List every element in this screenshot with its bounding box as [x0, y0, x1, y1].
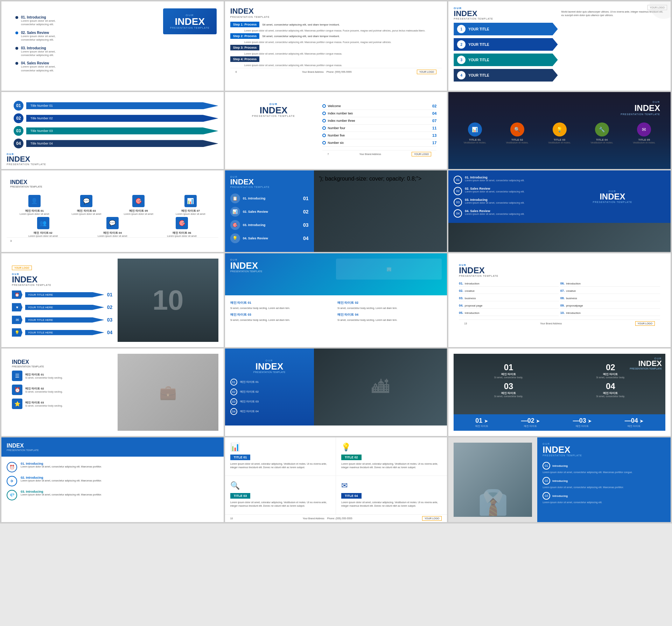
icon-box-7-6: 💬 — [106, 217, 119, 229]
il-icon-10-4: 💡 — [12, 328, 22, 337]
title-circles-6: 📊 TITLE 01 Vestibulum et moles. 🔍 TITLE … — [454, 122, 665, 144]
toc-label-5-2: Index number two — [328, 112, 353, 115]
footer-17: 10 Your Brand Address Phone: (555) 555-5… — [225, 514, 447, 522]
circ-sub-6-2: Vestibulum et moles. — [506, 141, 528, 144]
page-num-7: 3 — [7, 237, 218, 244]
index-top-11: OUR INDEX PRESENTATION TEMPLATE — [230, 259, 336, 273]
step-body-2: Lorem ipsum dolor sit amet, consectetur … — [230, 41, 442, 43]
menu-dot-3 — [15, 47, 18, 50]
arrow-label-15-2: 메인 타이트 — [521, 424, 540, 428]
sub-15: PRESENTATION TEMPLATE — [630, 367, 662, 370]
arrow-bar-4-3: Title Number 03 — [26, 127, 218, 134]
main-body-11-3: Si amet, consectetur body secting. Lorem… — [230, 318, 335, 322]
list-item-8-4: 💡 04. Sales Review 04 — [230, 233, 309, 243]
icon-box-7-1: 👤 — [28, 195, 41, 207]
toc-dot-5-4 — [322, 126, 326, 130]
badge-circle-14-1: 01 — [230, 379, 237, 386]
circ-icon-6-4: 🔧 — [595, 122, 609, 136]
s17-badge-1: TITLE 01 — [230, 455, 251, 460]
il13-body-1: Si amet, consectetur body secting. — [25, 377, 63, 379]
icon-list-10: ⏰ YOUR TITLE HERE 01 ♥ YOUR TITLE HERE 0… — [12, 290, 112, 337]
step-body-4: Lorem ipsum dolor sit amet, consectetur … — [230, 64, 442, 66]
circ-sub-6-5: Vestibulum et moles. — [633, 141, 656, 144]
icon-row2-7: 👥 메인 타이트 02 Lorem ipsum dolor sit amet 💬… — [7, 217, 218, 237]
num-item-15-1: 01 메인 타이트 Si amet, consectetur body. — [459, 363, 558, 379]
sub-12: PRESENTATION TEMPLATE — [459, 275, 660, 277]
num-title-15-1: 메인 타이트 — [459, 372, 558, 376]
intro-title-9-3: 03. Introducing — [465, 198, 524, 202]
icon-label-7-6: 메인 타이트 04 — [98, 231, 127, 235]
title-num-3-2: 2 — [457, 40, 465, 49]
arrow-label-15-1: 메인 타이트 — [475, 424, 488, 428]
list-icon-8-4: 💡 — [230, 233, 240, 243]
il-icon-10-1: ⏰ — [12, 290, 22, 299]
circ-title-6-4: TITLE 04 — [590, 138, 613, 141]
intro-body-9-4: Lorem ipsum dolor sit amet, consectetur … — [465, 213, 524, 215]
toc-row-5-3: Index number three 07 — [322, 117, 437, 125]
index-12: INDEX — [459, 266, 660, 275]
icon-grid-7: 👤 메인 타이트 01 Lorem ipsum dolor sit amet 💬… — [7, 195, 218, 215]
icon-label-7-5: 메인 타이트 02 — [28, 231, 58, 235]
toc-label-5-6: Number six — [328, 141, 344, 145]
our-12: OUR — [459, 264, 660, 266]
circ-item-6-3: 💡 TITLE 03 Vestibulum et moles. — [548, 122, 571, 144]
sub-7: PRESENTATION TEMPLATE — [10, 185, 215, 188]
s17-body-4: Lorem ipsum dolor sit amet, coloratur ad… — [341, 501, 442, 508]
num-row-4-2: 02 Title Number 02 — [14, 113, 218, 123]
arrow-icon-15-4: ➤ — [639, 418, 644, 424]
footer-12: 13 Your Brand Address YOUR LOGO — [459, 319, 660, 327]
il-label-10-3: YOUR TITLE HERE — [25, 317, 104, 323]
arrow-bar-4-2: Title Number 02 — [26, 115, 218, 122]
intro-title-9-2: 02. Sales Review — [465, 187, 524, 190]
sl-left-10: YOUR LOGO OUR INDEX PRESENTATION TEMPLAT… — [7, 259, 118, 342]
il-num-10-3: 03 — [107, 317, 113, 323]
img-icon-11: 🏢 — [386, 267, 392, 272]
item-body-16-1: Lorem ipsum dolor sit amet, consectetur … — [21, 465, 102, 468]
s17-badge-4: TITLE 04 — [341, 493, 362, 499]
list-label-8-3: 03. Introducing — [243, 223, 266, 227]
bottom-half-9 — [448, 223, 671, 252]
main-body-11-2: Si amet, consectetur body secting. Lorem… — [337, 307, 442, 310]
il13-title-3: 메인 타이트 03 — [25, 401, 63, 405]
main-item-11-3: 메인 타이트 03 Si amet, consectetur body sect… — [230, 312, 335, 322]
toc-entry-12-4: 04. proposal page — [459, 303, 559, 309]
our-idx-6: OUR INDEX PRESENTATION TEMPLATE — [454, 97, 665, 115]
toc-row-5-5: Number five 13 — [322, 132, 437, 139]
circle-num-4-2: 02 — [14, 113, 23, 123]
img-bg-14: 🏙 — [314, 349, 447, 425]
badge-label-14-4: 메인 타이트 04 — [240, 409, 259, 413]
bottom-section-11: 메인 타이트 01 Si amet, consectetur body sect… — [225, 295, 447, 327]
icon-label-7-4: 메인 타이트 07 — [166, 209, 215, 213]
icon-sub-7-3: Lorem ipsum dolor sit amet — [114, 213, 163, 215]
big-num-15-3: 03 — [459, 381, 558, 391]
circle-num-4-1: 01 — [14, 101, 23, 111]
toc-entry-12-3: 03. business — [459, 295, 559, 301]
toc-entry-12-1: 01. Introduction — [459, 281, 559, 287]
index-10: INDEX — [12, 275, 112, 284]
il-icon-10-2: ♥ — [12, 303, 22, 311]
menu-sub-2: Lorem ipsum dolor sit amet,consectetur a… — [21, 35, 56, 42]
sub-5: PRESENTATION TEMPLATE — [236, 115, 312, 117]
title-row-3-4: 4 YOUR TITLE — [454, 69, 558, 82]
sub-4: PRESENTATION TEMPLATE — [7, 163, 46, 166]
step-text-2: Sit amet, consectetur adipiscing elit, s… — [262, 35, 340, 38]
intro-num-9-2: 02 — [454, 187, 462, 195]
icon-cell-7-3: 🎯 메인 타이트 05 Lorem ipsum dolor sit amet — [114, 195, 163, 215]
icon-sub-7-2: Lorem ipsum dolor sit amet — [62, 213, 111, 215]
num-badges-14: 01 메인 타이트 01 02 메인 타이트 02 03 메인 타이트 03 0… — [230, 379, 309, 415]
item-16-1: ⏰ 01. Introducing Lorem ipsum dolor sit … — [7, 462, 218, 472]
our-6: OUR — [459, 101, 660, 103]
footer-logo-5: YOUR LOGO — [412, 152, 431, 156]
s17-badge-3: TITLE 03 — [230, 493, 251, 499]
toc-dot-5-2 — [322, 112, 326, 115]
intro-body-9-1: Lorem ipsum dolor sit amet, consectetur … — [465, 179, 524, 182]
arrow-icon-15-1: ➤ — [484, 418, 488, 424]
list-item-8-2: 📊 02. Sales Review 02 — [230, 207, 309, 217]
s18-item-3: 03 Introducing Lorem ipsum dolor sit ame… — [542, 492, 665, 504]
sub-13: PRESENTATION TEMPLATE — [12, 365, 112, 368]
toc-entry-12-2: 02. creative — [459, 288, 559, 294]
icon-sub-7-7: Lorem ipsum dolor sit amet — [167, 235, 196, 237]
s17-icon-1: 📊 — [230, 443, 330, 452]
circ-title-6-1: TITLE 01 — [463, 138, 486, 141]
index-15: INDEX — [630, 360, 662, 367]
